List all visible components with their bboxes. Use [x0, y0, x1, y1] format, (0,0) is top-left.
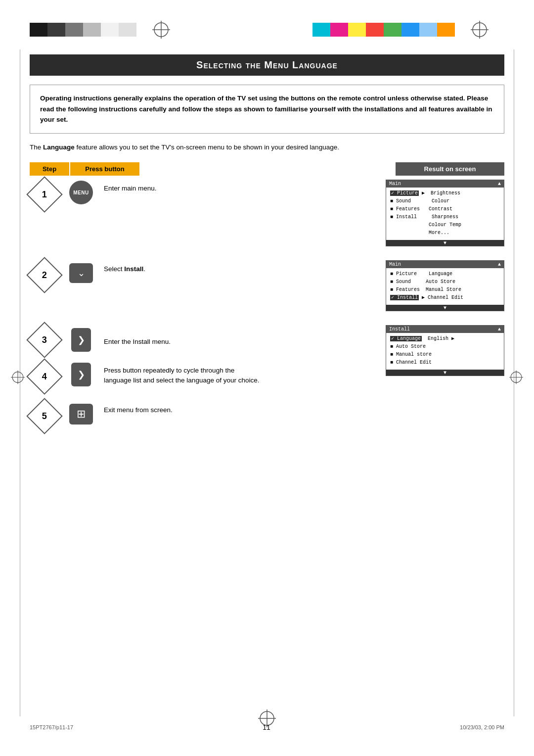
step-3-digit: 3 [42, 335, 47, 345]
color-block-orange [437, 23, 455, 37]
step-2-digit: 2 [42, 270, 47, 281]
screen-2-bottom: ▼ [386, 305, 504, 311]
screen-3-titlebar: Install ▲ [386, 326, 504, 333]
screen-2-line-3: ■ Features Manual Store [390, 286, 500, 294]
grayscale-strip [30, 23, 136, 37]
steps-container: 1 MENU Enter main menu. Main ▲ ✓ Picture… [30, 180, 504, 436]
step-5-number: 5 [30, 401, 59, 431]
color-block-dark [47, 23, 65, 37]
step-2-screen: Main ▲ ■ Picture Language ■ Sound Auto S… [386, 260, 504, 311]
step-1-button: MENU [68, 180, 94, 205]
screen-1-down-arrow: ▼ [444, 240, 446, 246]
screen-3-line-3: ■ Manual store [390, 351, 500, 359]
color-block-cyan [312, 23, 330, 37]
screen-1-line-4: ■ Install Sharpness [390, 213, 500, 221]
main-content: Selecting the Menu Language Operating in… [30, 54, 504, 450]
step-4-button: ❯ [68, 362, 94, 387]
footer-left-text: 15PT2767/p11-17 [30, 724, 73, 730]
screen-1-line-3: ■ Features Contrast [390, 205, 500, 213]
screen-3-arrow: ▲ [498, 327, 501, 332]
steps-3-4-left: 3 ❯ Enter the Install menu. 4 [30, 325, 386, 391]
color-block-lblue [419, 23, 437, 37]
step-1-row: 1 MENU Enter main menu. Main ▲ ✓ Picture… [30, 180, 504, 246]
screen-1-line-5: Colour Temp [390, 221, 500, 229]
step-2-row: 2 ⌄ Select Install. Main ▲ ■ Picture Lan… [30, 260, 504, 311]
screen-2-arrow: ▲ [498, 262, 501, 267]
header-step: Step [30, 162, 69, 176]
footer-page-number: 11 [263, 723, 270, 731]
color-block-white [101, 23, 119, 37]
color-block-magenta [330, 23, 348, 37]
screen-1-line-2: ■ Sound Colour [390, 197, 500, 205]
color-block-green [384, 23, 401, 37]
screen-3-title: Install [389, 327, 410, 332]
color-strip [312, 23, 455, 37]
step-5-digit: 5 [42, 411, 47, 422]
color-block-white2 [119, 23, 136, 37]
steps-header: Step Press button Result on screen [30, 162, 504, 176]
step-2-button: ⌄ [68, 260, 94, 286]
crosshair-left [151, 20, 171, 40]
color-block-red [366, 23, 384, 37]
step-4-row: 4 ❯ Press button repeatedly to cycle thr… [30, 362, 386, 391]
crosshair-right [470, 20, 490, 40]
screen-3-line-2: ■ Auto Store [390, 343, 500, 351]
step-1-number: 1 [30, 180, 59, 209]
footer: 15PT2767/p11-17 11 10/23/03, 2:00 PM [30, 723, 504, 731]
nav-right-icon-4: ❯ [71, 363, 91, 386]
step-1-screen: Main ▲ ✓ Picture ▶ Brightness ■ Sound Co… [386, 180, 504, 246]
screen-1-arrow: ▲ [498, 181, 501, 187]
step-3-4-screen: Install ▲ ✓ Language English ▶ ■ Auto St… [386, 325, 504, 376]
step-3-number: 3 [30, 325, 59, 355]
menu-button-icon: MENU [69, 181, 93, 204]
screen-1-title: Main [389, 181, 401, 187]
step-3-row: 3 ❯ Enter the Install menu. [30, 325, 386, 355]
step-3-text: Enter the Install menu. [104, 333, 262, 347]
screen-1-line-6: More... [390, 229, 500, 237]
screen-3-body: ✓ Language English ▶ ■ Auto Store ■ Manu… [386, 333, 504, 368]
step-2-text: Select Install. [104, 260, 262, 274]
step-4-number: 4 [30, 362, 59, 391]
screen-2-down-arrow: ▼ [444, 305, 446, 311]
step-4-digit: 4 [42, 372, 47, 382]
screen-1-line-1: ✓ Picture ▶ Brightness [390, 189, 500, 197]
screen-2-line-2: ■ Sound Auto Store [390, 278, 500, 286]
step-4-text: Press button repeatedly to cycle through… [104, 362, 262, 386]
crosshair-left-mid [11, 371, 25, 386]
screen-3-line-4: ■ Channel Edit [390, 359, 500, 367]
header-result: Result on screen [396, 162, 504, 176]
step-1-digit: 1 [42, 189, 47, 200]
step-3-button: ❯ [68, 327, 94, 353]
screen-2-line-1: ■ Picture Language [390, 270, 500, 278]
screen-1-titlebar: Main ▲ [386, 180, 504, 188]
title-text: Selecting the Menu Language [196, 59, 338, 70]
step-3-diamond: 3 [26, 322, 63, 358]
screen-2-title: Main [389, 262, 401, 267]
page-title: Selecting the Menu Language [30, 54, 504, 76]
screen-2-line-4: ✓ Install ▶ Channel Edit [390, 294, 500, 302]
step-5-text: Exit menu from screen. [104, 401, 262, 415]
screen-3-bottom: ▼ [386, 370, 504, 376]
top-bar [0, 15, 534, 45]
color-block-gray [65, 23, 83, 37]
header-press-button: Press button [70, 162, 139, 176]
step-2-diamond: 2 [26, 257, 63, 293]
crosshair-right-mid [509, 371, 523, 386]
color-block-yellow [348, 23, 366, 37]
nav-down-icon: ⌄ [69, 263, 93, 283]
screen-1-body: ✓ Picture ▶ Brightness ■ Sound Colour ■ … [386, 188, 504, 238]
step-5-button: ⊞ [68, 401, 94, 427]
screen-3-line-1: ✓ Language English ▶ [390, 335, 500, 343]
step-2-number: 2 [30, 260, 59, 290]
screen-2-body: ■ Picture Language ■ Sound Auto Store ■ … [386, 268, 504, 303]
screen-3-down-arrow: ▼ [444, 370, 446, 376]
step-5-row: 5 ⊞ Exit menu from screen. [30, 401, 504, 436]
intro-box: Operating instructions generally explain… [30, 85, 504, 134]
color-block-lgray [83, 23, 101, 37]
step-5-diamond: 5 [26, 398, 63, 434]
screen-1-bottom: ▼ [386, 240, 504, 246]
steps-3-4-container: 3 ❯ Enter the Install menu. 4 [30, 325, 504, 391]
exit-button-icon: ⊞ [69, 404, 93, 425]
color-block-blue [401, 23, 419, 37]
nav-right-icon-3: ❯ [71, 328, 91, 352]
